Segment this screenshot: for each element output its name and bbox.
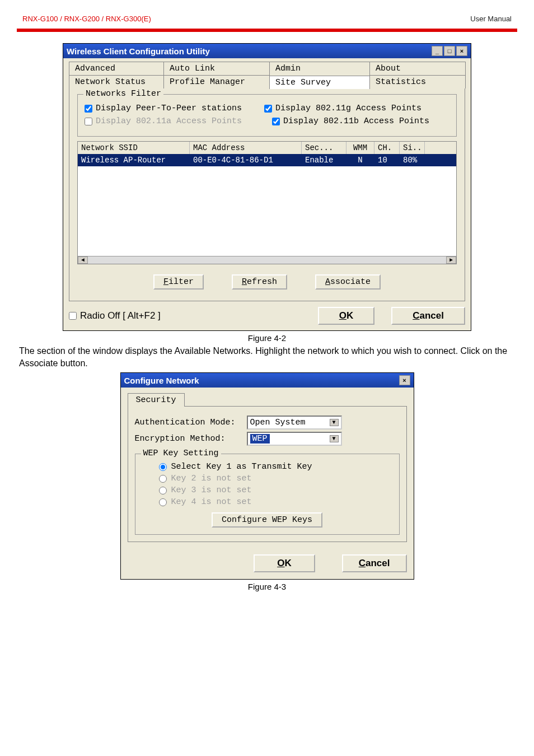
td-ssid: Wireless AP-Router	[78, 154, 190, 166]
radio-key4-label: Key 4 is not set	[171, 497, 252, 507]
select-auth-mode[interactable]: Open System ▼	[247, 416, 342, 430]
radio-key2[interactable]: Key 2 is not set	[159, 474, 392, 483]
td-sec: Enable	[302, 154, 346, 166]
radio-off-label: Radio Off [ Alt+F2 ]	[80, 310, 161, 321]
group-legend: Networks Filter	[83, 89, 163, 99]
td-si: 80%	[400, 154, 425, 166]
table-blank	[78, 166, 456, 256]
scroll-right-icon[interactable]: ►	[446, 256, 456, 264]
checkbox-p2p[interactable]: Display Peer-To-Peer stations	[85, 104, 242, 113]
radio-key2-label: Key 2 is not set	[171, 474, 252, 483]
cancel-button-2[interactable]: Cancel	[342, 554, 407, 572]
radio-key2-input[interactable]	[159, 475, 167, 483]
checkbox-11a-label: Display 802.11a Access Points	[96, 116, 242, 126]
tab-autolink[interactable]: Auto Link	[163, 62, 270, 75]
h-scrollbar[interactable]: ◄ ►	[78, 256, 456, 264]
radio-key1-label: Select Key 1 as Transmit Key	[171, 462, 312, 472]
tab-about[interactable]: About	[369, 62, 466, 75]
tab-security[interactable]: Security	[128, 393, 185, 407]
td-ch: 10	[374, 154, 400, 166]
wep-group-legend: WEP Key Setting	[141, 449, 221, 458]
minimize-icon[interactable]: _	[432, 46, 443, 56]
th-mac[interactable]: MAC Address	[190, 142, 302, 154]
figure-caption-2: Figure 4-3	[19, 582, 515, 591]
label-auth-mode: Authentication Mode:	[135, 418, 247, 427]
th-sec[interactable]: Sec...	[302, 142, 346, 154]
label-encryption: Encryption Method:	[135, 434, 247, 444]
radio-key3-label: Key 3 is not set	[171, 486, 252, 495]
radio-off-input[interactable]	[69, 312, 77, 320]
tab-admin[interactable]: Admin	[269, 62, 370, 75]
checkbox-11b[interactable]: Display 802.11b Access Points	[272, 116, 429, 126]
select-encryption[interactable]: WEP ▼	[247, 432, 342, 446]
cancel-button[interactable]: Cancel	[391, 307, 465, 325]
ok-button-2[interactable]: OK	[254, 554, 315, 572]
dropdown-icon[interactable]: ▼	[330, 419, 339, 426]
window-title-2: Configure Network	[124, 376, 199, 385]
radio-key3[interactable]: Key 3 is not set	[159, 486, 392, 495]
figure-caption-1: Figure 4-2	[19, 333, 515, 343]
tab-network-status[interactable]: Network Status	[69, 75, 164, 88]
radio-off-checkbox[interactable]: Radio Off [ Alt+F2 ]	[69, 310, 161, 321]
associate-button[interactable]: Associate	[315, 274, 381, 290]
checkbox-11b-input[interactable]	[272, 118, 280, 125]
tab-site-survey[interactable]: Site Survey	[269, 76, 370, 89]
checkbox-11b-label: Display 802.11b Access Points	[283, 116, 429, 126]
radio-key1-input[interactable]	[159, 463, 167, 471]
th-ssid[interactable]: Network SSID	[78, 142, 190, 154]
td-wmm: N	[346, 154, 374, 166]
close-icon[interactable]: ×	[399, 375, 410, 385]
header-right: User Manual	[470, 15, 512, 23]
checkbox-11g[interactable]: Display 802.11g Access Points	[264, 104, 421, 113]
body-paragraph: The section of the window displays the A…	[19, 345, 515, 369]
checkbox-11g-input[interactable]	[264, 105, 272, 113]
checkbox-11a[interactable]: Display 802.11a Access Points	[85, 116, 242, 126]
titlebar: Wireless Client Configuration Utility _ …	[63, 44, 471, 58]
checkbox-p2p-label: Display Peer-To-Peer stations	[96, 104, 242, 113]
td-mac: 00-E0-4C-81-86-D1	[190, 154, 302, 166]
refresh-button[interactable]: Refresh	[232, 274, 287, 290]
filter-button[interactable]: Filter	[153, 274, 204, 290]
close-icon[interactable]: ×	[456, 46, 467, 56]
radio-key4-input[interactable]	[159, 498, 167, 506]
radio-key3-input[interactable]	[159, 487, 167, 494]
networks-table: Network SSID MAC Address Sec... WMM CH. …	[77, 141, 457, 264]
networks-filter-group: Networks Filter Display Peer-To-Peer sta…	[77, 94, 457, 137]
window-title: Wireless Client Configuration Utility	[67, 46, 210, 56]
select-auth-value: Open System	[250, 418, 306, 427]
configure-wep-button[interactable]: Configure WEP Keys	[212, 512, 322, 528]
th-wmm[interactable]: WMM	[346, 142, 374, 154]
checkbox-p2p-input[interactable]	[85, 105, 92, 113]
header-left: RNX-G100 / RNX-G200 / RNX-G300(E)	[22, 15, 151, 23]
tab-profile-manager[interactable]: Profile Manager	[163, 75, 270, 88]
checkbox-11g-label: Display 802.11g Access Points	[275, 104, 421, 113]
dropdown-icon[interactable]: ▼	[330, 435, 339, 442]
maximize-icon[interactable]: □	[444, 46, 455, 56]
select-encryption-value: WEP	[250, 434, 270, 444]
scroll-left-icon[interactable]: ◄	[78, 256, 88, 264]
table-row[interactable]: Wireless AP-Router 00-E0-4C-81-86-D1 Ena…	[78, 154, 456, 166]
radio-key4[interactable]: Key 4 is not set	[159, 497, 392, 507]
ok-button[interactable]: OK	[318, 307, 375, 325]
window-configure-network: Configure Network × Security Authenticat…	[120, 372, 414, 580]
th-si[interactable]: Si..	[400, 142, 425, 154]
wep-key-group: WEP Key Setting Select Key 1 as Transmit…	[135, 454, 400, 535]
checkbox-11a-input[interactable]	[85, 118, 92, 125]
window-wireless-utility: Wireless Client Configuration Utility _ …	[63, 43, 471, 331]
titlebar-2: Configure Network ×	[121, 373, 414, 388]
tab-statistics[interactable]: Statistics	[369, 75, 466, 88]
tab-advanced[interactable]: Advanced	[69, 62, 164, 75]
th-ch[interactable]: CH.	[374, 142, 400, 154]
radio-key1[interactable]: Select Key 1 as Transmit Key	[159, 462, 392, 472]
